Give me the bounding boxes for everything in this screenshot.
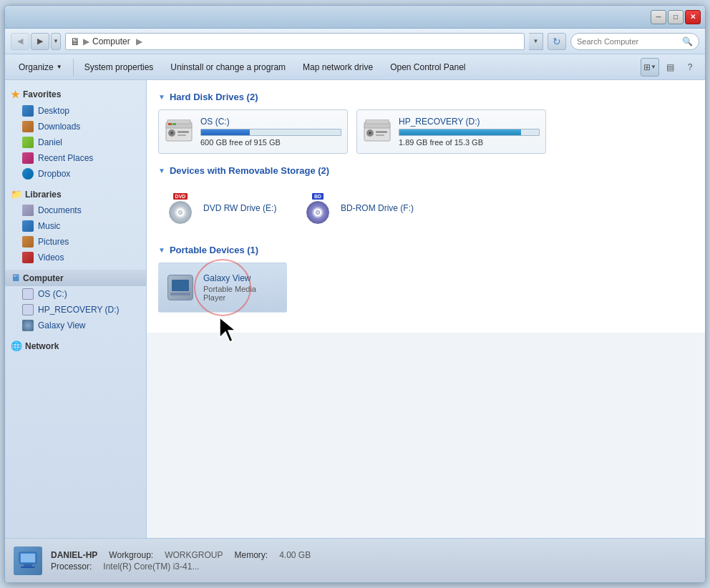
downloads-icon bbox=[22, 121, 34, 132]
sidebar-item-daniel[interactable]: Daniel bbox=[5, 134, 146, 150]
sidebar-downloads-label: Downloads bbox=[38, 122, 80, 132]
search-input[interactable] bbox=[577, 37, 679, 46]
recent-places-icon bbox=[22, 152, 34, 164]
memory-value: 4.00 GB bbox=[279, 550, 311, 560]
close-button[interactable]: ✕ bbox=[685, 10, 701, 24]
sidebar-item-pictures[interactable]: Pictures bbox=[5, 234, 146, 250]
libraries-section-header[interactable]: 📁 Libraries bbox=[5, 186, 146, 202]
views-arrow-icon: ▼ bbox=[651, 64, 656, 70]
preview-pane-button[interactable]: ▤ bbox=[661, 58, 679, 77]
computer-name-label: DANIEL-HP bbox=[51, 550, 97, 560]
toolbar-views: ⊞ ▼ ▤ ? bbox=[641, 58, 699, 77]
minimize-button[interactable]: ─ bbox=[651, 10, 666, 24]
dropbox-icon bbox=[22, 168, 34, 180]
sidebar-item-os-c[interactable]: OS (C:) bbox=[5, 286, 146, 302]
bd-rom-device[interactable]: BD BD-ROM Drive (F:) bbox=[296, 183, 424, 233]
galaxy-view-device[interactable]: Galaxy View Portable Media Player bbox=[158, 263, 287, 313]
help-icon: ? bbox=[688, 62, 693, 72]
removable-section-header[interactable]: ▼ Devices with Removable Storage (2) bbox=[158, 165, 694, 176]
organize-arrow-icon: ▼ bbox=[57, 64, 62, 70]
sidebar-item-videos[interactable]: Videos bbox=[5, 250, 146, 265]
svg-rect-15 bbox=[376, 134, 384, 136]
map-network-button[interactable]: Map network drive bbox=[295, 57, 381, 77]
open-control-panel-label: Open Control Panel bbox=[390, 62, 465, 72]
daniel-icon bbox=[22, 137, 34, 148]
sidebar-item-galaxy-view[interactable]: Galaxy View bbox=[5, 318, 146, 333]
address-path[interactable]: 🖥 ▶ Computer ▶ bbox=[65, 33, 525, 50]
drive-item-os-c[interactable]: OS (C:) 600 GB free of 915 GB bbox=[158, 109, 348, 154]
sidebar-item-music[interactable]: Music bbox=[5, 218, 146, 234]
os-c-drive-icon-large bbox=[165, 117, 193, 146]
sidebar-desktop-label: Desktop bbox=[38, 106, 69, 116]
address-bar: ◀ ▶ ▼ 🖥 ▶ Computer ▶ ▼ ↻ 🔍 bbox=[5, 29, 705, 54]
sidebar-item-dropbox[interactable]: Dropbox bbox=[5, 166, 146, 182]
refresh-button[interactable]: ↻ bbox=[548, 33, 566, 50]
computer-label: Computer bbox=[23, 273, 64, 283]
memory-label: Memory: bbox=[235, 550, 268, 560]
galaxy-screen bbox=[172, 280, 189, 291]
bd-hole bbox=[316, 210, 320, 215]
documents-icon bbox=[22, 205, 34, 216]
dvd-hole bbox=[178, 210, 183, 215]
sidebar-item-recent-places[interactable]: Recent Places bbox=[5, 150, 146, 166]
sidebar: ★ Favorites Desktop Downloads Daniel Rec… bbox=[5, 80, 147, 538]
hard-disks-title: Hard Disk Drives (2) bbox=[170, 92, 258, 102]
map-network-label: Map network drive bbox=[303, 62, 373, 72]
svg-rect-20 bbox=[21, 567, 35, 568]
favorites-section-header[interactable]: ★ Favorites bbox=[5, 86, 146, 103]
dvd-label: DVD bbox=[173, 193, 188, 200]
star-icon: ★ bbox=[11, 89, 20, 100]
maximize-button[interactable]: □ bbox=[668, 10, 684, 24]
forward-button[interactable]: ▶ bbox=[31, 33, 49, 50]
history-dropdown-button[interactable]: ▼ bbox=[51, 33, 61, 50]
path-text: Computer bbox=[92, 36, 130, 46]
sidebar-item-documents[interactable]: Documents bbox=[5, 202, 146, 218]
bd-label: BD bbox=[312, 193, 324, 200]
status-row-2: Processor: Intel(R) Core(TM) i3-41... bbox=[51, 562, 311, 572]
processor-label: Processor: bbox=[51, 562, 92, 572]
help-button[interactable]: ? bbox=[681, 58, 699, 77]
computer-section-header[interactable]: 🖥 Computer bbox=[5, 270, 146, 286]
portable-title: Portable Devices (1) bbox=[170, 245, 258, 255]
removable-title: Devices with Removable Storage (2) bbox=[170, 165, 329, 176]
main-panel-wrapper: ▼ Hard Disk Drives (2) bbox=[147, 80, 705, 538]
hp-recovery-drive-bar-fill bbox=[399, 129, 521, 135]
svg-rect-6 bbox=[178, 134, 186, 136]
sidebar-daniel-label: Daniel bbox=[38, 137, 62, 147]
address-dropdown-button[interactable]: ▼ bbox=[529, 33, 543, 50]
content-area: ★ Favorites Desktop Downloads Daniel Rec… bbox=[5, 80, 705, 538]
system-properties-button[interactable]: System properties bbox=[77, 57, 162, 77]
preview-pane-icon: ▤ bbox=[666, 62, 674, 72]
hp-recovery-drive-free: 1.89 GB free of 15.3 GB bbox=[399, 138, 540, 147]
sidebar-item-hp-recovery[interactable]: HP_RECOVERY (D:) bbox=[5, 302, 146, 318]
videos-icon bbox=[22, 252, 34, 263]
network-section-header[interactable]: 🌐 Network bbox=[5, 338, 146, 354]
bd-rom-icon-large: BD bbox=[302, 192, 334, 224]
svg-rect-18 bbox=[21, 554, 35, 562]
toolbar-separator-1 bbox=[73, 59, 74, 76]
organize-button[interactable]: Organize ▼ bbox=[11, 57, 70, 77]
sidebar-hp-recovery-label: HP_RECOVERY (D:) bbox=[38, 305, 120, 315]
open-control-panel-button[interactable]: Open Control Panel bbox=[382, 57, 473, 77]
computer-icon-small: 🖥 bbox=[70, 36, 80, 47]
sidebar-item-desktop[interactable]: Desktop bbox=[5, 103, 146, 119]
hp-recovery-drive-bar-wrap bbox=[399, 129, 540, 136]
back-button[interactable]: ◀ bbox=[11, 33, 29, 50]
desktop-icon bbox=[22, 105, 34, 117]
galaxy-base bbox=[170, 293, 190, 295]
hard-disks-section-header[interactable]: ▼ Hard Disk Drives (2) bbox=[158, 92, 694, 102]
system-properties-label: System properties bbox=[84, 62, 154, 72]
sidebar-documents-label: Documents bbox=[38, 205, 82, 215]
svg-point-4 bbox=[170, 132, 173, 134]
dvd-rw-device[interactable]: DVD DVD RW Drive (E:) bbox=[158, 183, 287, 233]
drive-item-hp-recovery[interactable]: HP_RECOVERY (D:) 1.89 GB free of 15.3 GB bbox=[356, 109, 546, 154]
portable-section-header[interactable]: ▼ Portable Devices (1) bbox=[158, 245, 694, 255]
search-icon: 🔍 bbox=[682, 36, 693, 46]
title-bar: ─ □ ✕ bbox=[5, 6, 705, 29]
hp-recovery-drive-info: HP_RECOVERY (D:) 1.89 GB free of 15.3 GB bbox=[399, 117, 540, 147]
galaxy-view-info: Galaxy View Portable Media Player bbox=[203, 273, 281, 302]
uninstall-button[interactable]: Uninstall or change a program bbox=[162, 57, 293, 77]
views-dropdown-button[interactable]: ⊞ ▼ bbox=[641, 58, 659, 77]
sidebar-item-downloads[interactable]: Downloads bbox=[5, 119, 146, 134]
portable-collapse-arrow: ▼ bbox=[158, 246, 165, 254]
